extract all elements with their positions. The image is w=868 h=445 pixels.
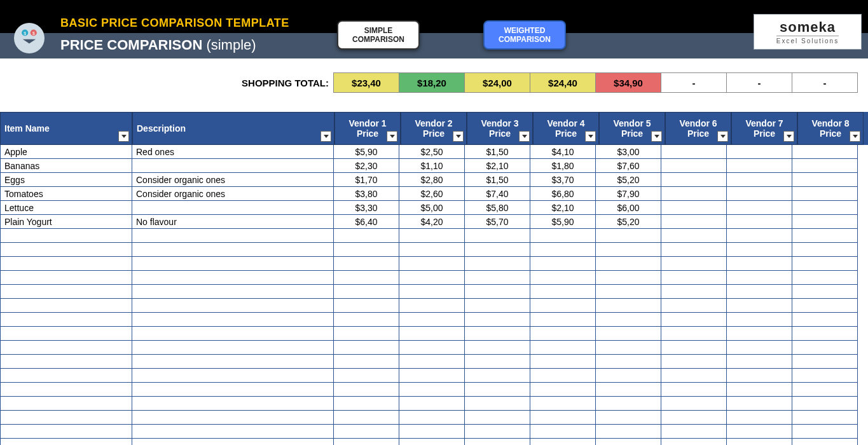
cell-price-vendor-4[interactable]: $2,10 (530, 201, 596, 215)
cell-item[interactable] (0, 369, 132, 383)
cell-item[interactable] (0, 341, 132, 355)
cell-price-vendor-7[interactable] (726, 383, 792, 397)
filter-icon[interactable] (850, 131, 860, 142)
cell-item[interactable] (0, 271, 132, 285)
filter-icon[interactable] (453, 131, 464, 142)
table-row[interactable] (0, 439, 868, 445)
cell-price-vendor-5[interactable] (595, 229, 661, 243)
cell-price-vendor-6[interactable] (661, 355, 727, 369)
cell-price-vendor-5[interactable] (595, 397, 661, 411)
cell-price-vendor-8[interactable] (792, 327, 858, 341)
weighted-comparison-button[interactable]: WEIGHTED COMPARISON (483, 20, 566, 50)
cell-price-vendor-3[interactable] (464, 439, 530, 445)
cell-price-vendor-4[interactable] (530, 369, 596, 383)
cell-item[interactable] (0, 383, 132, 397)
cell-price-vendor-7[interactable] (726, 425, 792, 439)
cell-price-vendor-8[interactable] (792, 243, 858, 257)
cell-price-vendor-1[interactable] (333, 299, 399, 313)
cell-item[interactable]: Bananas (0, 159, 132, 173)
cell-price-vendor-4[interactable] (530, 411, 596, 425)
cell-price-vendor-6[interactable] (661, 327, 727, 341)
cell-price-vendor-5[interactable]: $7,60 (595, 159, 661, 173)
cell-price-vendor-2[interactable] (399, 397, 465, 411)
cell-price-vendor-7[interactable] (726, 271, 792, 285)
table-row[interactable] (0, 355, 868, 369)
cell-price-vendor-4[interactable] (530, 397, 596, 411)
cell-price-vendor-5[interactable] (595, 369, 661, 383)
cell-description[interactable] (132, 257, 334, 271)
table-row[interactable]: TomatoesConsider organic ones$3,80$2,60$… (0, 187, 868, 201)
table-row[interactable]: Plain YogurtNo flavour$6,40$4,20$5,70$5,… (0, 215, 868, 229)
cell-price-vendor-3[interactable] (464, 243, 530, 257)
cell-item[interactable] (0, 327, 132, 341)
table-row[interactable]: AppleRed ones$5,90$2,50$1,50$4,10$3,00 (0, 145, 868, 159)
cell-description[interactable] (132, 383, 334, 397)
cell-price-vendor-3[interactable] (464, 299, 530, 313)
cell-description[interactable] (132, 369, 334, 383)
cell-price-vendor-5[interactable] (595, 299, 661, 313)
cell-price-vendor-3[interactable]: $7,40 (464, 187, 530, 201)
cell-price-vendor-4[interactable] (530, 271, 596, 285)
cell-price-vendor-2[interactable] (399, 411, 465, 425)
cell-price-vendor-1[interactable] (333, 327, 399, 341)
cell-price-vendor-5[interactable] (595, 355, 661, 369)
cell-price-vendor-5[interactable] (595, 341, 661, 355)
cell-price-vendor-4[interactable]: $6,80 (530, 187, 596, 201)
cell-price-vendor-5[interactable] (595, 313, 661, 327)
cell-description[interactable] (132, 159, 334, 173)
table-row[interactable] (0, 327, 868, 341)
cell-price-vendor-2[interactable] (399, 243, 465, 257)
cell-price-vendor-8[interactable] (792, 229, 858, 243)
cell-price-vendor-7[interactable] (726, 355, 792, 369)
cell-price-vendor-2[interactable]: $5,00 (399, 201, 465, 215)
cell-description[interactable] (132, 439, 334, 445)
cell-price-vendor-5[interactable]: $5,20 (595, 215, 661, 229)
cell-price-vendor-1[interactable] (333, 271, 399, 285)
cell-price-vendor-5[interactable] (595, 285, 661, 299)
cell-price-vendor-5[interactable] (595, 257, 661, 271)
cell-price-vendor-6[interactable] (661, 383, 727, 397)
cell-item[interactable] (0, 285, 132, 299)
cell-price-vendor-2[interactable] (399, 369, 465, 383)
cell-price-vendor-7[interactable] (726, 257, 792, 271)
cell-price-vendor-1[interactable]: $5,90 (333, 145, 399, 159)
cell-price-vendor-4[interactable] (530, 355, 596, 369)
cell-price-vendor-2[interactable] (399, 271, 465, 285)
cell-price-vendor-7[interactable] (726, 159, 792, 173)
cell-price-vendor-1[interactable]: $1,70 (333, 173, 399, 187)
cell-price-vendor-7[interactable] (726, 327, 792, 341)
cell-item[interactable] (0, 299, 132, 313)
cell-price-vendor-2[interactable]: $2,80 (399, 173, 465, 187)
cell-price-vendor-3[interactable] (464, 271, 530, 285)
cell-price-vendor-1[interactable] (333, 397, 399, 411)
cell-price-vendor-6[interactable] (661, 439, 727, 445)
table-row[interactable] (0, 299, 868, 313)
cell-description[interactable] (132, 229, 334, 243)
cell-price-vendor-5[interactable] (595, 411, 661, 425)
cell-price-vendor-8[interactable] (792, 313, 858, 327)
table-row[interactable] (0, 383, 868, 397)
cell-price-vendor-6[interactable] (661, 187, 727, 201)
cell-price-vendor-2[interactable]: $4,20 (399, 215, 465, 229)
cell-description[interactable] (132, 355, 334, 369)
cell-item[interactable]: Tomatoes (0, 187, 132, 201)
cell-price-vendor-1[interactable] (333, 383, 399, 397)
table-row[interactable] (0, 425, 868, 439)
table-row[interactable]: Lettuce$3,30$5,00$5,80$2,10$6,00 (0, 201, 868, 215)
cell-price-vendor-6[interactable] (661, 243, 727, 257)
cell-price-vendor-1[interactable]: $3,30 (333, 201, 399, 215)
cell-item[interactable] (0, 243, 132, 257)
cell-price-vendor-6[interactable] (661, 159, 727, 173)
cell-price-vendor-4[interactable] (530, 257, 596, 271)
cell-price-vendor-5[interactable] (595, 383, 661, 397)
cell-price-vendor-5[interactable]: $3,00 (595, 145, 661, 159)
cell-price-vendor-7[interactable] (726, 285, 792, 299)
cell-price-vendor-6[interactable] (661, 201, 727, 215)
cell-price-vendor-3[interactable] (464, 229, 530, 243)
cell-description[interactable] (132, 299, 334, 313)
cell-price-vendor-4[interactable] (530, 243, 596, 257)
cell-price-vendor-8[interactable] (792, 425, 858, 439)
cell-price-vendor-2[interactable]: $2,60 (399, 187, 465, 201)
cell-price-vendor-5[interactable]: $7,90 (595, 187, 661, 201)
cell-item[interactable] (0, 425, 132, 439)
